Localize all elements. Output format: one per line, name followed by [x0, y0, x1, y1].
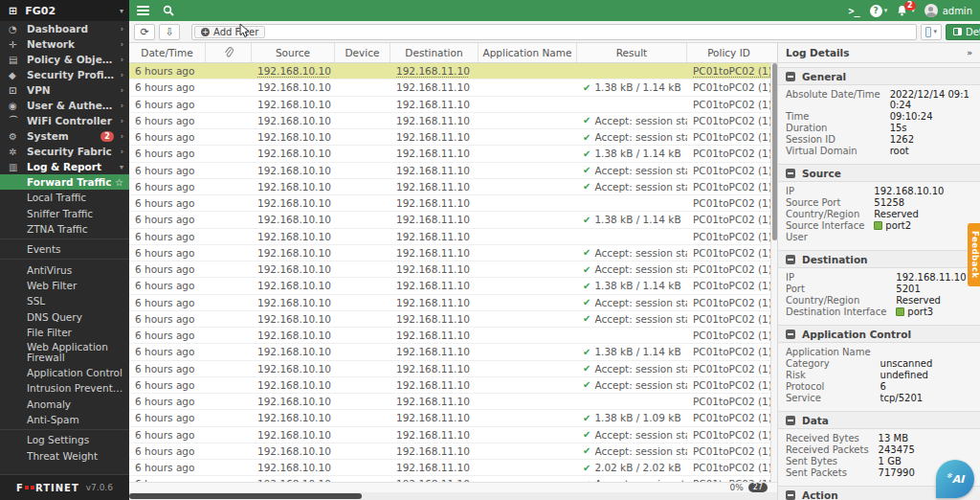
table-row[interactable]: 6 hours ago192.168.10.10192.168.11.10PC0… — [129, 394, 777, 410]
table-row[interactable]: 6 hours ago192.168.10.10192.168.11.10✔1.… — [129, 278, 777, 294]
table-row[interactable]: 6 hours ago192.168.10.10192.168.11.10✔1.… — [129, 212, 777, 228]
sidebar-item-security-fabric[interactable]: ✲Security Fabric› — [0, 144, 129, 159]
section-header-application-control[interactable]: Application Control — [778, 325, 980, 343]
sidebar-item-application-control[interactable]: Application Control — [0, 365, 129, 380]
field-value: unscanned — [880, 358, 972, 369]
sidebar-item-file-filter[interactable]: File Filter — [0, 325, 129, 340]
sidebar-item-antivirus[interactable]: AntiVirus — [0, 261, 129, 277]
table-row[interactable]: 6 hours ago192.168.10.10192.168.11.10✔1.… — [129, 344, 777, 360]
sidebar-item-threat-weight[interactable]: Threat Weight — [0, 447, 129, 463]
table-row[interactable]: 6 hours ago192.168.10.10192.168.11.10✔Ac… — [129, 163, 777, 179]
add-filter-button[interactable]: + Add Filter — [194, 26, 265, 38]
table-row[interactable]: 6 hours ago192.168.10.10192.168.11.10PC0… — [129, 328, 777, 344]
column-header-application-name[interactable]: Application Name — [479, 43, 577, 62]
table-row[interactable]: 6 hours ago192.168.10.10192.168.11.10✔Ac… — [129, 245, 777, 261]
refresh-button[interactable]: ⟳ — [134, 24, 155, 40]
sidebar-item-anomaly[interactable]: Anomaly — [0, 397, 129, 412]
help-menu[interactable]: ? ▾ — [870, 5, 888, 17]
table-row[interactable]: 6 hours ago192.168.10.10192.168.11.10✔1.… — [129, 80, 777, 96]
sidebar-item-ssl[interactable]: SSL — [0, 293, 129, 308]
user-menu[interactable]: admin — [924, 4, 972, 17]
sidebar-item-dns-query[interactable]: DNS Query — [0, 308, 129, 324]
feedback-tab[interactable]: Feedback — [968, 223, 980, 286]
table-row[interactable]: 6 hours ago192.168.10.10192.168.11.10✔Ac… — [129, 311, 777, 328]
cell-result: ✔1.38 kB / 1.14 kB — [577, 278, 687, 293]
sidebar-item-intrusion-prevention[interactable]: Intrusion Prevention — [0, 380, 129, 396]
table-row[interactable]: 6 hours ago192.168.10.10192.168.11.10✔1.… — [129, 146, 777, 162]
column-header-source[interactable]: Source — [252, 43, 335, 62]
system-icon: ⚙ — [9, 131, 27, 142]
table-horizontal-scrollbar[interactable] — [129, 492, 777, 500]
table-footer: 0% 27 — [129, 482, 777, 492]
column-header-policy-id[interactable]: Policy ID — [687, 43, 770, 62]
sidebar-item-forward-traffic[interactable]: Forward Traffic☆ — [0, 174, 129, 190]
global-search-button[interactable] — [163, 5, 174, 16]
column-header-attachment[interactable] — [206, 43, 252, 62]
sidebar-item-user-authentication[interactable]: ◉User & Authentication› — [0, 98, 129, 113]
table-row[interactable]: 6 hours ago192.168.10.10192.168.11.10✔Ac… — [129, 443, 777, 460]
sidebar-item-ztna-traffic[interactable]: ZTNA Traffic — [0, 221, 129, 237]
cell-destination: 192.168.11.10 — [390, 295, 479, 310]
table-row[interactable]: 6 hours ago192.168.10.10192.168.11.10✔Ac… — [129, 361, 777, 377]
scrollbar-thumb[interactable] — [129, 493, 362, 499]
sidebar-item-web-application-firewall[interactable]: Web Application Firewall — [0, 340, 129, 365]
table-row[interactable]: 6 hours ago192.168.10.10192.168.11.10✔Ac… — [129, 427, 777, 443]
cli-console-button[interactable]: >_ — [849, 6, 860, 16]
section-header-general[interactable]: General — [778, 67, 980, 85]
column-header-device[interactable]: Device — [335, 43, 390, 62]
sidebar-item-anti-spam[interactable]: Anti-Spam — [0, 412, 129, 427]
filter-bar[interactable]: + Add Filter — [191, 24, 917, 40]
column-header-destination[interactable]: Destination — [390, 43, 479, 62]
sidebar-item-log-report[interactable]: ▥Log & Report▾ — [0, 159, 129, 174]
ai-assistant-button[interactable]: ✻AI — [936, 460, 974, 498]
table-row[interactable]: 6 hours ago192.168.10.10192.168.11.10PC0… — [129, 229, 777, 245]
sidebar-item-vpn[interactable]: ⊡VPN› — [0, 82, 129, 98]
sidebar-item-dashboard[interactable]: ◔Dashboard› — [0, 21, 129, 36]
table-row[interactable]: 6 hours ago192.168.10.10192.168.11.10PC0… — [129, 63, 777, 80]
table-row[interactable]: 6 hours ago192.168.10.10192.168.11.10PC0… — [129, 195, 777, 212]
section-header-source[interactable]: Source — [778, 164, 980, 182]
sidebar-item-web-filter[interactable]: Web Filter — [0, 278, 129, 293]
download-button[interactable]: ⇩ — [159, 24, 180, 40]
cell-application — [479, 328, 577, 343]
field-value: 13 MB — [879, 433, 972, 443]
section-header-destination[interactable]: Destination — [778, 250, 980, 268]
column-header-result[interactable]: Result — [577, 43, 687, 62]
sidebar-nav: ◔Dashboard›✛Network›▤Policy & Objects›◆S… — [0, 21, 129, 474]
cell-device — [335, 328, 390, 343]
log-toolbar: ⟳ ⇩ + Add Filter ▾ Details — [129, 21, 980, 43]
table-row[interactable]: 6 hours ago192.168.10.10192.168.11.10✔Ac… — [129, 113, 777, 129]
table-row[interactable]: 6 hours ago192.168.10.10192.168.11.10✔Ac… — [129, 295, 777, 311]
fortigate-selector[interactable]: ⊞ FG02 ▾ — [0, 0, 129, 21]
firmware-version: v7.0.6 — [86, 483, 113, 492]
collapse-sidebar-button[interactable] — [137, 6, 149, 15]
table-row[interactable]: 6 hours ago192.168.10.10192.168.11.10✔Ac… — [129, 129, 777, 146]
table-vertical-scrollbar[interactable] — [770, 63, 777, 482]
section-header-data[interactable]: Data — [778, 411, 980, 429]
sidebar-item-log-settings[interactable]: Log Settings — [0, 432, 129, 447]
table-row[interactable]: 6 hours ago192.168.10.10192.168.11.10✔Ac… — [129, 179, 777, 195]
chevron-down-icon: ▾ — [884, 7, 888, 14]
sidebar-item-policy-objects[interactable]: ▤Policy & Objects› — [0, 52, 129, 67]
sidebar-item-wifi-controller[interactable]: ⌒WiFi Controller› — [0, 113, 129, 128]
table-row[interactable]: 6 hours ago192.168.10.10192.168.11.10✔Ac… — [129, 261, 777, 278]
field-value: 192.168.11.10 — [896, 272, 972, 283]
cell-result: ✔2.02 kB / 2.02 kB — [577, 460, 687, 475]
table-row[interactable]: 6 hours ago192.168.10.10192.168.11.10PC0… — [129, 97, 777, 113]
table-row[interactable]: 6 hours ago192.168.10.10192.168.11.10✔2.… — [129, 460, 777, 476]
sidebar-item-local-traffic[interactable]: Local Traffic — [0, 190, 129, 205]
sidebar-item-events[interactable]: Events — [0, 241, 129, 257]
log-location-icon — [925, 27, 931, 37]
notifications-menu[interactable]: 2 ▾ — [897, 5, 915, 16]
sidebar-item-sniffer-traffic[interactable]: Sniffer Traffic — [0, 206, 129, 221]
cell-result: ✔Accept: session start — [577, 129, 687, 145]
table-row[interactable]: 6 hours ago192.168.10.10192.168.11.10✔1.… — [129, 410, 777, 426]
table-row[interactable]: 6 hours ago192.168.10.10192.168.11.10✔Ac… — [129, 377, 777, 394]
sidebar-item-security-profiles[interactable]: ◆Security Profiles› — [0, 67, 129, 82]
sidebar-item-network[interactable]: ✛Network› — [0, 36, 129, 52]
collapse-panel-icon[interactable]: » — [967, 48, 972, 57]
details-toggle-button[interactable]: Details — [946, 24, 980, 40]
column-header-date-time[interactable]: Date/Time — [129, 43, 206, 62]
log-location-dropdown[interactable]: ▾ — [921, 24, 942, 40]
sidebar-item-system[interactable]: ⚙System2› — [0, 128, 129, 144]
